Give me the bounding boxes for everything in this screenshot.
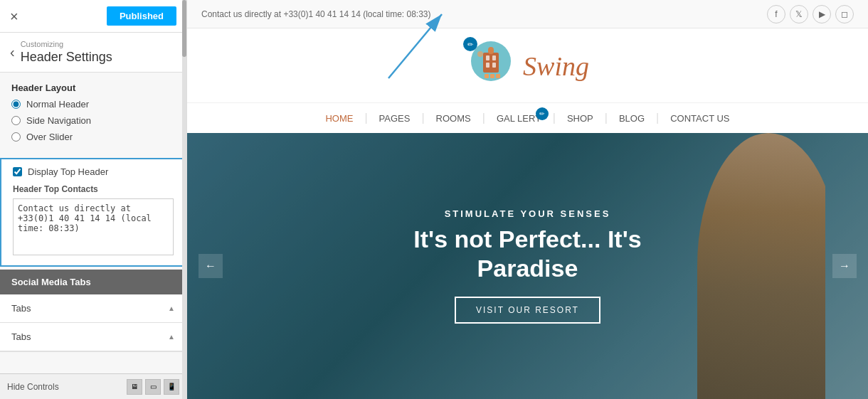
display-top-header-checkbox[interactable]: Display Top Header bbox=[13, 166, 174, 177]
nav-pencil-badge[interactable]: ✏ bbox=[536, 107, 549, 120]
radio-normal-input[interactable] bbox=[11, 100, 21, 109]
right-panel: Contact us directly at +33(0)1 40 41 14 … bbox=[187, 0, 868, 399]
display-top-header-label: Display Top Header bbox=[28, 166, 108, 177]
svg-rect-3 bbox=[483, 53, 499, 73]
published-button[interactable]: Published bbox=[107, 6, 176, 26]
social-icons-right: f 𝕏 ▶ ◻ bbox=[767, 5, 854, 23]
nav-item-blog[interactable]: BLOG bbox=[608, 113, 656, 124]
logo-icon-wrapper: ✏ bbox=[466, 40, 516, 92]
tabs-accordion: Tabs ▲ Tabs ▲ bbox=[0, 294, 186, 352]
top-bar-contact-text: Contact us directly at +33(0)1 40 41 14 … bbox=[201, 9, 431, 19]
twitter-icon[interactable]: 𝕏 bbox=[790, 5, 808, 23]
svg-rect-5 bbox=[492, 55, 496, 60]
site-header: ✏ bbox=[187, 28, 868, 133]
svg-rect-11 bbox=[496, 74, 500, 78]
site-top-bar: Contact us directly at +33(0)1 40 41 14 … bbox=[187, 0, 868, 28]
logo-pencil-badge[interactable]: ✏ bbox=[463, 37, 477, 51]
svg-rect-8 bbox=[488, 47, 494, 54]
svg-rect-4 bbox=[486, 55, 489, 60]
instagram-icon[interactable]: ◻ bbox=[835, 5, 854, 23]
arrow-up-icon-2: ▲ bbox=[168, 333, 175, 341]
scrollbar-track bbox=[182, 0, 186, 399]
radio-normal-header[interactable]: Normal Header bbox=[11, 99, 175, 110]
hero-subtitle: STIMULATE YOUR SENSES bbox=[413, 208, 641, 219]
bottom-icons: 🖥 ▭ 📱 bbox=[127, 379, 179, 395]
svg-rect-7 bbox=[492, 63, 496, 68]
panel-content: Header Layout Normal Header Side Navigat… bbox=[0, 73, 186, 373]
hero-next-button[interactable]: → bbox=[832, 254, 857, 278]
header-layout-title: Header Layout bbox=[0, 73, 186, 99]
radio-group: Normal Header Side Navigation Over Slide… bbox=[0, 99, 186, 155]
hero-title: It's not Perfect... It'sParadise bbox=[413, 225, 641, 283]
nav-item-home[interactable]: HOME bbox=[314, 113, 364, 124]
radio-side-navigation[interactable]: Side Navigation bbox=[11, 115, 175, 126]
nav-item-gallery[interactable]: GAL ✏ LERY bbox=[485, 113, 553, 124]
tabs-label-1: Tabs bbox=[11, 303, 31, 314]
bottom-icon-monitor[interactable]: 🖥 bbox=[127, 379, 142, 395]
youtube-icon[interactable]: ▶ bbox=[813, 5, 831, 23]
radio-side-input[interactable] bbox=[11, 116, 21, 125]
svg-rect-6 bbox=[486, 63, 489, 68]
visit-resort-button[interactable]: VISIT OUR RESORT bbox=[455, 297, 600, 324]
svg-rect-10 bbox=[490, 74, 494, 78]
customizing-header: ‹ Customizing Header Settings bbox=[0, 33, 186, 73]
logo-area: ✏ bbox=[466, 40, 589, 92]
tabs-accordion-item-2[interactable]: Tabs ▲ bbox=[0, 323, 186, 351]
facebook-icon[interactable]: f bbox=[767, 5, 785, 23]
bottom-icon-mobile[interactable]: 📱 bbox=[164, 379, 179, 395]
scrollbar-thumb[interactable] bbox=[182, 0, 186, 57]
hero-content: STIMULATE YOUR SENSES It's not Perfect..… bbox=[413, 208, 641, 324]
customizing-title: Header Settings bbox=[21, 50, 112, 65]
top-bar: × Published bbox=[0, 0, 186, 33]
radio-over-input[interactable] bbox=[11, 132, 21, 142]
customizing-label: Customizing bbox=[21, 40, 112, 48]
site-nav: HOME | PAGES | ROOMS | GAL ✏ LERY | SHOP… bbox=[187, 102, 868, 133]
social-media-tabs-header: Social Media Tabs bbox=[0, 270, 186, 294]
nav-item-contact[interactable]: CONTACT US bbox=[659, 113, 741, 124]
nav-item-shop[interactable]: SHOP bbox=[556, 113, 605, 124]
tabs-accordion-item-1[interactable]: Tabs ▲ bbox=[0, 294, 186, 323]
radio-normal-label: Normal Header bbox=[26, 99, 89, 110]
nav-item-rooms[interactable]: ROOMS bbox=[425, 113, 482, 124]
display-top-header-input[interactable] bbox=[13, 167, 22, 176]
nav-gallery-label: GAL bbox=[497, 113, 515, 124]
back-button[interactable]: ‹ bbox=[10, 44, 15, 60]
hide-controls-button[interactable]: Hide Controls bbox=[7, 382, 59, 392]
close-button[interactable]: × bbox=[10, 9, 18, 23]
header-top-contacts-label: Header Top Contacts bbox=[13, 184, 174, 194]
bottom-bar: Hide Controls 🖥 ▭ 📱 bbox=[0, 373, 186, 399]
radio-side-label: Side Navigation bbox=[26, 115, 91, 126]
arrow-up-icon-1: ▲ bbox=[168, 304, 175, 312]
left-panel: × Published ‹ Customizing Header Setting… bbox=[0, 0, 187, 399]
logo-text: Swing bbox=[523, 50, 589, 82]
highlighted-section: Display Top Header Header Top Contacts C… bbox=[0, 158, 186, 267]
radio-over-label: Over Slider bbox=[26, 132, 73, 142]
bottom-icon-tablet[interactable]: ▭ bbox=[145, 379, 161, 395]
nav-item-pages[interactable]: PAGES bbox=[368, 113, 422, 124]
header-top-contacts-textarea[interactable]: Contact us directly at +33(0)1 40 41 14 … bbox=[13, 198, 174, 255]
hero-prev-button[interactable]: ← bbox=[199, 254, 223, 278]
svg-point-12 bbox=[477, 51, 483, 57]
svg-rect-9 bbox=[485, 74, 489, 78]
hero-section: STIMULATE YOUR SENSES It's not Perfect..… bbox=[187, 133, 868, 399]
radio-over-slider[interactable]: Over Slider bbox=[11, 132, 175, 142]
tabs-label-2: Tabs bbox=[11, 331, 31, 342]
